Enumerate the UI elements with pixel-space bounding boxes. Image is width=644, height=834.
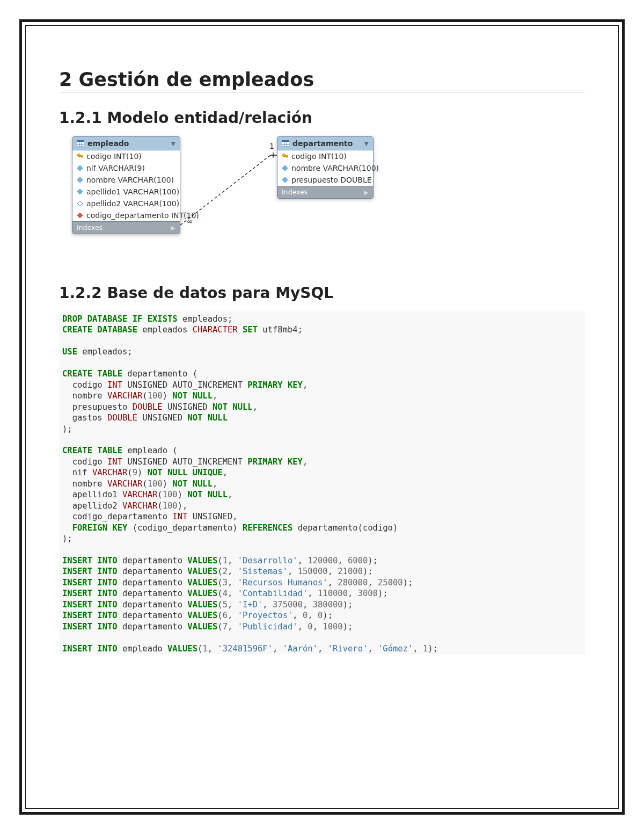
er-column: nombre VARCHAR(100) (277, 162, 373, 174)
subsection-sql-title: 1.2.2 Base de datos para MySQL (59, 284, 585, 302)
page: 2 Gestión de empleados 1.2.1 Modelo enti… (0, 0, 644, 834)
table-icon (77, 140, 84, 147)
column-definition: apellido2 VARCHAR(100) (86, 199, 179, 208)
column-definition: nif VARCHAR(9) (86, 164, 145, 172)
svg-line-16 (180, 155, 270, 225)
er-table-empleado-name: empleado (87, 139, 129, 148)
er-column: codigo_departamento INT(10) (72, 209, 180, 221)
column-type-icon (77, 153, 83, 159)
svg-rect-1 (77, 140, 84, 142)
collapse-icon: ▼ (364, 140, 369, 147)
column-type-icon (282, 153, 288, 159)
column-definition: codigo INT(10) (86, 152, 142, 161)
indexes-label: Indexes (282, 188, 308, 196)
er-column: nombre VARCHAR(100) (72, 174, 180, 186)
er-table-empleado: empleado ▼ codigo INT(10)nif VARCHAR(9)n… (72, 136, 180, 234)
column-type-icon (77, 212, 83, 219)
column-type-icon (282, 165, 288, 171)
sql-code-block: DROP DATABASE IF EXISTS empleados; CREAT… (59, 311, 585, 654)
er-column: apellido2 VARCHAR(100) (72, 198, 180, 209)
section-title: 2 Gestión de empleados (59, 69, 585, 93)
er-column: codigo INT(10) (277, 150, 373, 162)
er-column: codigo INT(10) (72, 150, 180, 162)
er-column: apellido1 VARCHAR(100) (72, 186, 180, 198)
table-icon (282, 140, 289, 147)
column-definition: codigo INT(10) (291, 152, 347, 161)
column-type-icon (77, 165, 83, 171)
er-diagram: empleado ▼ codigo INT(10)nif VARCHAR(9)n… (59, 136, 585, 268)
er-table-departamento-footer: Indexes ▶ (277, 186, 373, 198)
indexes-label: Indexes (77, 224, 103, 231)
column-type-icon (77, 188, 83, 195)
svg-rect-15 (287, 156, 288, 157)
er-table-departamento-header: departamento ▼ (277, 137, 373, 150)
er-table-empleado-header: empleado ▼ (72, 137, 180, 150)
page-content: 2 Gestión de empleados 1.2.1 Modelo enti… (25, 25, 619, 809)
column-definition: apellido1 VARCHAR(100) (86, 187, 179, 196)
er-column: nif VARCHAR(9) (72, 162, 180, 174)
page-border-outer: 2 Gestión de empleados 1.2.1 Modelo enti… (19, 19, 625, 815)
er-relationship-line (179, 144, 277, 233)
collapse-icon: ▼ (171, 140, 175, 147)
cardinality-many-label: ∞ (187, 217, 193, 226)
er-table-departamento: departamento ▼ codigo INT(10)nombre VARC… (277, 136, 374, 199)
column-definition: nombre VARCHAR(100) (86, 176, 174, 184)
column-definition: nombre VARCHAR(100) (291, 164, 379, 172)
er-table-departamento-name: departamento (292, 139, 353, 148)
er-column: presupuesto DOUBLE (277, 174, 373, 186)
play-icon: ▶ (171, 224, 175, 231)
subsection-er-title: 1.2.1 Modelo entidad/relación (59, 109, 585, 127)
cardinality-one-label: 1 (269, 142, 274, 150)
svg-rect-9 (282, 140, 289, 142)
column-definition: presupuesto DOUBLE (291, 176, 372, 184)
column-type-icon (77, 200, 83, 207)
er-table-empleado-columns: codigo INT(10)nif VARCHAR(9)nombre VARCH… (72, 150, 180, 221)
column-type-icon (77, 177, 83, 183)
column-type-icon (282, 177, 288, 183)
er-table-empleado-footer: Indexes ▶ (72, 221, 180, 234)
play-icon: ▶ (364, 189, 369, 196)
svg-rect-7 (82, 156, 83, 157)
er-table-departamento-columns: codigo INT(10)nombre VARCHAR(100)presupu… (277, 150, 373, 186)
